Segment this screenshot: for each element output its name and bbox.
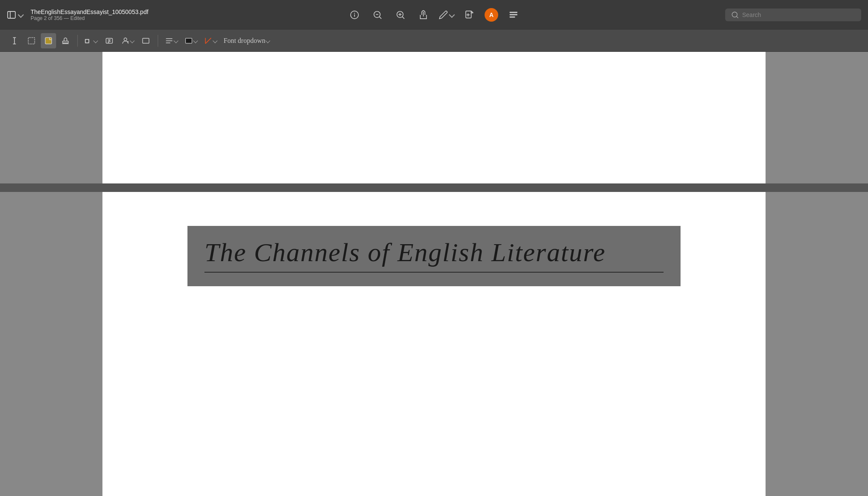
text-select-button[interactable] (7, 33, 22, 48)
svg-line-11 (402, 17, 404, 19)
zoom-in-icon (396, 10, 405, 20)
svg-rect-25 (28, 37, 35, 44)
pdf-content-area: The Channels of English Literature (0, 52, 868, 496)
zoom-in-button[interactable] (393, 7, 408, 23)
title-bar: TheEnglishEssayandEssayist_10050053.pdf … (0, 0, 868, 30)
rectangle-icon (142, 37, 150, 45)
svg-line-21 (736, 16, 738, 18)
redact-button[interactable] (506, 7, 521, 23)
svg-rect-29 (85, 39, 89, 42)
share-icon (419, 10, 428, 20)
pencil-icon (439, 10, 448, 20)
svg-text:A: A (108, 39, 111, 43)
marquee-select-button[interactable] (24, 33, 39, 48)
annotate-button[interactable] (439, 7, 454, 23)
search-icon (731, 11, 739, 19)
text-box-icon: A (105, 37, 113, 45)
text-cursor-icon (10, 37, 19, 45)
svg-rect-0 (8, 11, 15, 18)
sticky-note-icon (44, 37, 53, 45)
zoom-out-button[interactable] (370, 7, 385, 23)
book-title-banner: The Channels of English Literature (187, 226, 681, 286)
page-2: The Channels of English Literature (102, 192, 766, 496)
book-title-text: The Channels of English Literature (204, 238, 606, 267)
person-icon (121, 37, 130, 45)
svg-rect-43 (186, 38, 192, 43)
rectangle-button[interactable] (138, 33, 153, 48)
line-color-chevron (213, 38, 217, 43)
svg-rect-17 (510, 12, 517, 13)
search-box[interactable]: Search (725, 8, 861, 21)
list-icon (165, 37, 173, 45)
line-color-icon (204, 37, 213, 45)
sidebar-icon (7, 10, 16, 20)
svg-rect-39 (143, 38, 149, 43)
font-chevron-icon (266, 38, 270, 43)
info-icon (350, 10, 359, 20)
title-bar-right: Search (526, 8, 861, 21)
title-bar-left: TheEnglishEssayandEssayist_10050053.pdf … (7, 8, 342, 21)
svg-rect-18 (510, 14, 517, 15)
share-button[interactable] (416, 7, 431, 23)
add-page-button[interactable] (462, 7, 477, 23)
stamp-button[interactable] (58, 33, 73, 48)
annotation-bar: A (0, 30, 868, 52)
file-info: TheEnglishEssayandEssayist_10050053.pdf … (31, 8, 148, 21)
title-underline (204, 272, 664, 273)
svg-rect-19 (510, 17, 515, 18)
svg-rect-13 (466, 11, 471, 18)
line-color-button[interactable] (201, 33, 219, 48)
user-avatar[interactable]: A (485, 8, 498, 22)
stamp-icon (61, 37, 70, 45)
file-meta: Page 2 of 356 — Edited (31, 15, 148, 21)
svg-rect-30 (85, 39, 89, 42)
font-button[interactable]: Font dropdown (221, 33, 272, 48)
marquee-icon (27, 37, 36, 45)
list-chevron-icon (173, 38, 178, 43)
person-stamp-button[interactable] (119, 33, 136, 48)
border-style-icon (184, 37, 193, 45)
annotate-chevron-icon (449, 12, 455, 18)
search-placeholder-text: Search (742, 11, 761, 18)
svg-line-44 (205, 38, 211, 43)
redact-icon (509, 10, 518, 20)
toolbar-separator-1 (77, 35, 78, 47)
svg-rect-27 (62, 41, 68, 42)
toolbar-separator-2 (158, 35, 158, 47)
page-1-bottom (102, 52, 766, 183)
svg-point-36 (124, 38, 127, 41)
svg-line-7 (379, 17, 381, 19)
shape-chevron-icon (93, 38, 98, 43)
add-page-icon (465, 10, 474, 20)
page-separator (0, 183, 868, 192)
sidebar-chevron-icon (18, 12, 24, 18)
text-box-button[interactable]: A (102, 33, 117, 48)
border-chevron-icon (193, 38, 198, 43)
border-style-button[interactable] (182, 33, 200, 48)
shape-dropdown-button[interactable] (82, 33, 100, 48)
person-stamp-chevron (130, 38, 134, 43)
title-bar-center: A (347, 7, 521, 23)
info-button[interactable] (347, 7, 362, 23)
sidebar-toggle-button[interactable] (7, 10, 23, 20)
font-label: Font dropdown (224, 37, 265, 45)
zoom-out-icon (373, 10, 382, 20)
shapes-icon (85, 37, 93, 45)
sticky-note-button[interactable] (41, 33, 56, 48)
list-alignment-button[interactable] (162, 33, 180, 48)
svg-rect-26 (45, 37, 52, 44)
file-name: TheEnglishEssayandEssayist_10050053.pdf (31, 8, 148, 15)
